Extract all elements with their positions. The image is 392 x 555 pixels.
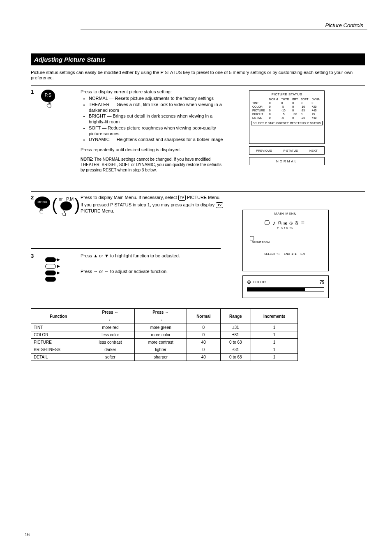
osd-icon-row: 🖵♪⎙▣◷☃≡ [244, 220, 327, 226]
cell: 1 [251, 354, 298, 361]
cell: 0 to 63 [220, 354, 251, 361]
cell: COLOR [252, 105, 268, 108]
channels-icon: ⎙ [278, 220, 284, 226]
col-head: DYNA [311, 98, 322, 101]
nav-prev: PREVIOUS [256, 149, 272, 153]
pstatus-nav: PREVIOUS P STATUS NEXT [249, 146, 325, 155]
table-row: COLOR less color more color 0 ±31 1 [31, 331, 298, 339]
step3-icons [45, 257, 65, 282]
list-item: DYNAMIC — Heightens contrast and sharpne… [89, 136, 224, 142]
step1-lead: Press to display current picture status … [81, 89, 224, 95]
step3-sub: Press → or ← to adjust or activate funct… [81, 268, 224, 274]
color-label: COLOR [253, 280, 266, 284]
tv-icon: TV [216, 202, 223, 208]
step3-body: Press ▲ or ▼ to highlight function to be… [81, 253, 224, 275]
note-text: The NORMAL settings cannot be changed. I… [81, 157, 221, 172]
step1-repeat: Press repeatedly until desired setting i… [81, 147, 224, 153]
step3-number: 3 [31, 253, 34, 259]
cell: 0 [292, 102, 300, 104]
parental-icon: ☃ [295, 220, 301, 226]
th-increments: Increments [251, 309, 298, 324]
step1-note: NOTE: The NORMAL settings cannot be chan… [81, 157, 224, 173]
main-menu-osd: MAIN MENU 🖵♪⎙▣◷☃≡ PICTURE ▢ BRIGHT ROOM … [242, 210, 329, 271]
col-head: THTR [281, 98, 291, 101]
closed-icon: ≡ [301, 220, 307, 226]
cell: 1 [251, 346, 298, 354]
intro-rule [31, 85, 365, 86]
cell: +20 [311, 105, 322, 108]
cell: ±31 [220, 346, 251, 354]
cell: more contrast [135, 339, 187, 346]
cell: 0 [187, 346, 220, 354]
or-label: or P.M [59, 197, 74, 201]
nav-item: END [284, 252, 290, 255]
cell: less contrast [86, 339, 134, 346]
screen-icon: ▣ [284, 220, 289, 226]
list-item: SOFT — Reduces picture roughness when vi… [89, 125, 224, 137]
cell: more color [135, 331, 187, 339]
th-function: Function [31, 309, 86, 324]
cell: 0 [292, 109, 300, 112]
page-number: 16 [25, 532, 30, 537]
timer-icon: ◷ [289, 220, 295, 226]
adjustment-table: Function Press ← Press → Normal Range In… [31, 308, 298, 361]
col-head: SOFT [300, 98, 311, 101]
step1-number: 1 [31, 89, 34, 95]
nav-item: SELECT [264, 252, 275, 255]
step2-icons: MENU ( or P.M ) [35, 197, 81, 217]
cell: 0 [300, 102, 311, 104]
cell: -25 [300, 116, 311, 119]
cell: 1 [251, 331, 298, 339]
cursor-buttons-icon [45, 257, 65, 282]
bright-room-label: BRIGHT ROOM [252, 241, 327, 243]
nav-next: NEXT [309, 149, 318, 153]
cell: -5 [281, 116, 291, 119]
cell: ±31 [220, 324, 251, 331]
bright-room-icon: ▢ [249, 235, 254, 241]
osd-bright-room: ▢ BRIGHT ROOM [244, 235, 327, 243]
color-label-row: ⊛ COLOR 75 [247, 279, 324, 285]
cell: COLOR [31, 331, 86, 339]
cell: softer [86, 354, 134, 361]
table-row: BRIGHTNESS darker lighter 0 ±31 1 [31, 346, 298, 354]
osd-label: PICTURE [277, 227, 294, 229]
cell: +40 [311, 109, 322, 112]
cell: 1 [251, 339, 298, 346]
cell: TINT [31, 324, 86, 331]
cell: sharper [135, 354, 187, 361]
osd-label-row: PICTURE [244, 227, 327, 229]
cell: -10 [300, 105, 311, 108]
cell: +40 [311, 116, 322, 119]
step2-rule [31, 191, 365, 192]
paren-left: ( [52, 196, 57, 214]
color-dial-icon: ⊛ [247, 279, 251, 285]
cell: lighter [135, 346, 187, 354]
col-head: BRT [292, 98, 300, 101]
pstatus-button-icon: P.S [41, 90, 55, 110]
cell: 0 [292, 105, 300, 108]
table-row: DETAIL softer sharper 40 0 to 63 1 [31, 354, 298, 361]
cell: more green [135, 324, 187, 331]
cell: 0 [269, 102, 280, 104]
paren-right: ) [74, 196, 80, 214]
cell: -5 [281, 105, 291, 108]
step3-lead: Press ▲ or ▼ to highlight function to be… [81, 253, 224, 259]
section-title: Adjusting Picture Status [31, 53, 365, 65]
cell: 0 to 63 [220, 339, 251, 346]
th-press-right: Press → [135, 309, 187, 316]
list-item: BRIGHT — Brings out detail in dark scene… [89, 113, 224, 125]
cell: less color [86, 331, 134, 339]
intro-text: Picture status settings can easily be mo… [31, 70, 365, 81]
cell: DETAIL [31, 354, 86, 361]
th-arrow-right: → [135, 316, 187, 324]
arrow-right-icon [56, 257, 62, 263]
cell: 0 [300, 113, 311, 116]
step2-lead: Press to display Main Menu. If necessary… [81, 194, 224, 201]
cell: 0 [269, 113, 280, 116]
pstatus-bottombar: SELECT: P STATUS RESET: RESET END: P STA… [251, 121, 323, 125]
cell: ±31 [220, 331, 251, 339]
cell: +5 [311, 113, 322, 116]
note-label: NOTE: [81, 157, 93, 162]
hand-icon [44, 101, 53, 109]
nav-mid: P STATUS [284, 149, 298, 153]
